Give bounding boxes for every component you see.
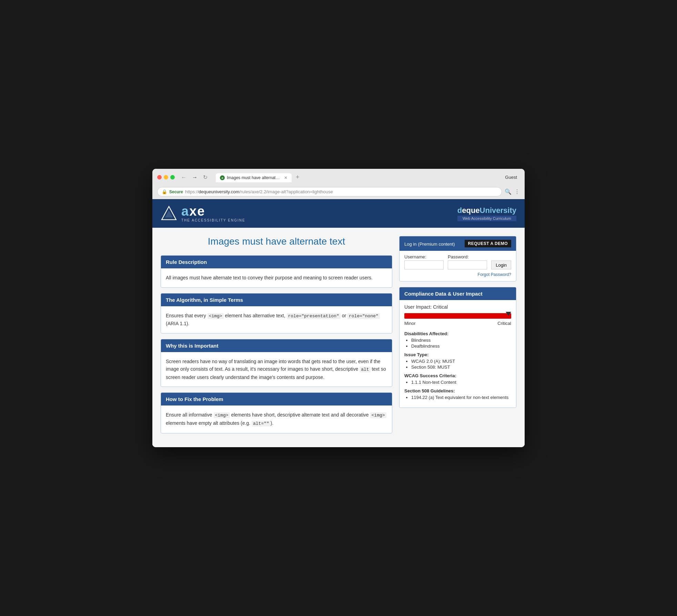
close-button[interactable] — [157, 175, 162, 179]
algorithm-section: The Algorithm, in Simple Terms Ensures t… — [161, 293, 392, 333]
url-display: https://dequeuniversity.com/rules/axe/2.… — [185, 189, 333, 194]
page-content: axe THE ACCESSIBILITY ENGINE dequeUniver… — [152, 199, 525, 447]
axe-logo: axe THE ACCESSIBILITY ENGINE — [161, 205, 245, 222]
axe-letter-a: a — [181, 204, 189, 218]
address-bar-row: 🔒 Secure https://dequeuniversity.com/rul… — [152, 185, 525, 199]
secure-badge: Secure — [169, 189, 183, 194]
back-button[interactable]: ← — [179, 174, 189, 181]
login-submit-wrap: Login — [491, 254, 511, 269]
url-protocol: https:// — [185, 189, 199, 194]
address-bar[interactable]: 🔒 Secure https://dequeuniversity.com/rul… — [157, 187, 502, 196]
issue-type-item: Section 508: MUST — [411, 365, 511, 370]
how-to-fix-body: Ensure all informative <img> elements ha… — [161, 405, 392, 433]
wcag-title: WCAG Success Criteria: — [404, 373, 511, 378]
rule-description-section: Rule Description All images must have al… — [161, 255, 392, 287]
login-subtitle: (Premium content) — [418, 242, 455, 247]
why-important-section: Why this is Important Screen readers hav… — [161, 339, 392, 387]
user-impact: User Impact: Critical — [404, 304, 511, 310]
impact-min-label: Minor — [404, 321, 416, 326]
axe-brand-xe: xe — [189, 204, 205, 218]
section508-item: 1194.22 (a) Text equivalent for non-text… — [411, 395, 511, 400]
tab-favicon: d — [220, 175, 225, 180]
img-tag-2: <img> — [214, 412, 230, 418]
tab-close-button[interactable]: ✕ — [284, 175, 287, 180]
new-tab-button[interactable]: + — [293, 172, 302, 182]
impact-indicator — [506, 312, 511, 316]
issue-type-item: WCAG 2.0 (A): MUST — [411, 359, 511, 364]
browser-window: ← → ↻ d Images must have alternate te...… — [152, 169, 525, 447]
login-body: Username: Password: Login — [400, 251, 516, 281]
left-column: Images must have alternate text Rule Des… — [161, 236, 392, 439]
login-header-title: Log in (Premium content) — [404, 241, 455, 247]
disabilities-title: Disabilities Affected: — [404, 331, 511, 336]
forgot-password: Forgot Password? — [404, 272, 511, 277]
issue-type-title: Issue Type: — [404, 352, 511, 357]
how-to-fix-header: How to Fix the Problem — [161, 393, 392, 405]
browser-titlebar: ← → ↻ d Images must have alternate te...… — [152, 169, 525, 185]
why-important-header: Why this is Important — [161, 339, 392, 352]
right-column: Log in (Premium content) REQUEST A DEMO … — [399, 236, 516, 439]
forgot-password-link[interactable]: Forgot Password? — [478, 272, 511, 277]
disabilities-section: Disabilities Affected: Blindness Deafbli… — [404, 331, 511, 349]
url-base: dequeuniversity.com — [199, 189, 239, 194]
role-none: role="none" — [347, 313, 380, 319]
login-title: Log in — [404, 242, 416, 247]
disabilities-list: Blindness Deafblindness — [404, 338, 511, 349]
rule-description-body: All images must have alternate text to c… — [161, 268, 392, 287]
browser-icons-right: 🔍 ⋮ — [505, 188, 520, 195]
impact-slider — [404, 313, 511, 319]
username-field: Username: — [404, 254, 444, 269]
compliance-panel: Compliance Data & User Impact User Impac… — [399, 287, 516, 408]
minimize-button[interactable] — [164, 175, 168, 179]
why-important-text: Screen readers have no way of translatin… — [166, 358, 387, 381]
how-to-fix-text: Ensure all informative <img> elements ha… — [166, 411, 387, 428]
section508-title: Section 508 Guidelines: — [404, 388, 511, 393]
img-tag-3: <img> — [370, 412, 386, 418]
axe-tagline: THE ACCESSIBILITY ENGINE — [181, 218, 245, 222]
role-presentation: role="presentation" — [287, 313, 341, 319]
request-demo-button[interactable]: REQUEST A DEMO — [465, 240, 511, 247]
login-panel: Log in (Premium content) REQUEST A DEMO … — [399, 236, 516, 281]
impact-track — [404, 313, 511, 319]
section508-list: 1194.22 (a) Text equivalent for non-text… — [404, 395, 511, 400]
username-label: Username: — [404, 254, 444, 259]
site-header: axe THE ACCESSIBILITY ENGINE dequeUniver… — [152, 199, 525, 228]
guest-label: Guest — [505, 175, 520, 180]
password-field: Password: — [448, 254, 487, 269]
password-input[interactable] — [448, 260, 487, 269]
deque-subtitle: Web Accessibility Curriculum — [457, 216, 516, 221]
login-header: Log in (Premium content) REQUEST A DEMO — [400, 236, 516, 251]
username-input[interactable] — [404, 260, 444, 269]
algorithm-text: Ensures that every <img> element has alt… — [166, 312, 387, 328]
reload-button[interactable]: ↻ — [201, 174, 210, 181]
deque-university-logo: dequeUniversity Web Accessibility Curric… — [457, 206, 516, 221]
maximize-button[interactable] — [170, 175, 175, 179]
search-icon[interactable]: 🔍 — [505, 188, 512, 195]
disability-item: Deafblindness — [411, 343, 511, 349]
rule-description-text: All images must have alternate text to c… — [166, 274, 387, 281]
axe-triangle-icon — [161, 205, 177, 222]
user-impact-value: Critical — [433, 304, 448, 310]
impact-labels: Minor Critical — [404, 321, 511, 326]
axe-brand: axe THE ACCESSIBILITY ENGINE — [181, 205, 245, 222]
compliance-header: Compliance Data & User Impact — [400, 287, 516, 300]
forward-button[interactable]: → — [190, 174, 200, 181]
img-tag-1: <img> — [208, 313, 224, 319]
deque-name: dequeUniversity — [457, 206, 516, 215]
menu-icon[interactable]: ⋮ — [514, 188, 520, 195]
browser-tab[interactable]: d Images must have alternate te... ✕ — [216, 173, 292, 182]
section508-section: Section 508 Guidelines: 1194.22 (a) Text… — [404, 388, 511, 400]
page-title: Images must have alternate text — [161, 236, 392, 247]
impact-max-label: Critical — [497, 321, 511, 326]
algorithm-body: Ensures that every <img> element has alt… — [161, 306, 392, 333]
login-fields: Username: Password: Login — [404, 254, 511, 269]
nav-buttons: ← → ↻ — [179, 174, 210, 181]
password-label: Password: — [448, 254, 487, 259]
disability-item: Blindness — [411, 338, 511, 343]
compliance-body: User Impact: Critical Minor Critical — [400, 300, 516, 408]
wcag-list: 1.1.1 Non-text Content — [404, 380, 511, 385]
tab-title: Images must have alternate te... — [227, 175, 282, 180]
login-button[interactable]: Login — [491, 260, 511, 269]
user-impact-label: User Impact: — [404, 304, 432, 310]
main-layout: Images must have alternate text Rule Des… — [152, 228, 525, 447]
